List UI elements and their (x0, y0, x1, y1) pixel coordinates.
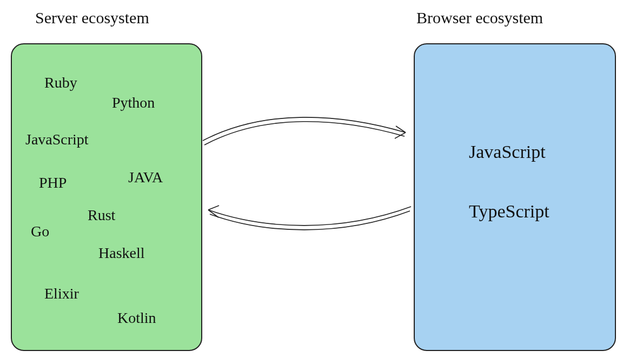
server-box: Ruby Python JavaScript JAVA PHP Rust Go … (11, 43, 202, 351)
diagram-stage: Server ecosystem Browser ecosystem Ruby … (0, 0, 623, 364)
lang-python: Python (112, 94, 155, 111)
arrow-browser-to-server (200, 200, 416, 243)
lang-browser-typescript: TypeScript (469, 201, 549, 222)
lang-elixir: Elixir (44, 285, 79, 302)
lang-haskell: Haskell (98, 244, 145, 262)
lang-browser-javascript: JavaScript (469, 142, 546, 162)
browser-box: JavaScript TypeScript (414, 43, 616, 351)
lang-ruby: Ruby (44, 74, 77, 91)
lang-rust: Rust (88, 207, 115, 224)
lang-kotlin: Kotlin (117, 309, 156, 327)
arrow-server-to-browser (200, 103, 416, 151)
lang-go: Go (31, 223, 49, 240)
lang-javascript: JavaScript (25, 131, 89, 148)
server-title: Server ecosystem (35, 9, 149, 27)
lang-php: PHP (39, 174, 67, 191)
lang-java: JAVA (128, 169, 163, 186)
browser-title: Browser ecosystem (416, 9, 543, 27)
